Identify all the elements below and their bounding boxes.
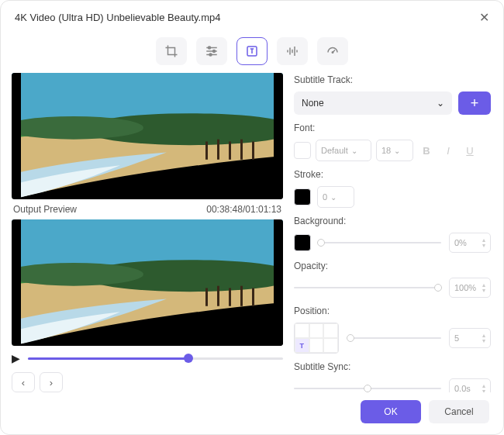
adjust-tool[interactable] bbox=[196, 37, 227, 65]
position-grid[interactable]: T bbox=[294, 323, 339, 354]
seek-slider[interactable] bbox=[28, 352, 283, 364]
svg-rect-21 bbox=[217, 286, 219, 306]
ok-button[interactable]: OK bbox=[361, 400, 421, 423]
svg-rect-26 bbox=[274, 219, 283, 346]
svg-rect-23 bbox=[240, 286, 243, 306]
opacity-label: Opacity: bbox=[294, 261, 491, 271]
svg-point-4 bbox=[332, 52, 333, 54]
audio-tool[interactable] bbox=[277, 37, 308, 65]
settings-panel: Subtitle Track: None ⌄ + Font: Default ⌄… bbox=[294, 73, 492, 392]
footer: OK Cancel bbox=[1, 392, 503, 434]
chevron-down-icon: ⌄ bbox=[351, 147, 357, 155]
play-button[interactable]: ▶ bbox=[12, 352, 20, 364]
background-spinner[interactable]: 0% ▴▾ bbox=[449, 233, 491, 253]
preview-label: Output Preview bbox=[13, 204, 77, 215]
preview-original bbox=[12, 73, 283, 199]
preview-caption: Output Preview 00:38:48/01:01:13 bbox=[12, 199, 283, 219]
svg-rect-24 bbox=[252, 288, 254, 306]
underline-button[interactable]: U bbox=[461, 142, 478, 159]
subtitle-tool[interactable] bbox=[236, 37, 268, 65]
svg-point-2 bbox=[209, 54, 212, 56]
speed-tool[interactable] bbox=[317, 37, 348, 65]
stroke-value: 0 bbox=[323, 192, 327, 202]
svg-rect-20 bbox=[205, 288, 208, 306]
svg-rect-9 bbox=[205, 141, 208, 159]
player-bar: ▶ bbox=[12, 346, 283, 368]
subtitle-track-select[interactable]: None ⌄ bbox=[294, 91, 452, 115]
position-value: 5 bbox=[454, 333, 459, 343]
background-color-swatch[interactable] bbox=[294, 234, 311, 251]
sync-value: 0.0s bbox=[454, 384, 471, 392]
italic-button[interactable]: I bbox=[440, 142, 457, 159]
font-family-value: Default bbox=[321, 146, 348, 155]
svg-rect-15 bbox=[274, 73, 283, 199]
sync-label: Subtitle Sync: bbox=[294, 361, 491, 372]
subtitle-track-label: Subtitle Track: bbox=[294, 74, 491, 85]
close-icon[interactable]: ✕ bbox=[479, 10, 489, 25]
window-title: 4K Video (Ultra HD) Unbelievable Beauty.… bbox=[15, 12, 220, 23]
font-label: Font: bbox=[294, 123, 491, 133]
position-slider[interactable] bbox=[347, 332, 441, 344]
position-cell-active[interactable]: T bbox=[295, 338, 309, 353]
nav-row: ‹ › bbox=[12, 368, 283, 392]
font-color-swatch[interactable] bbox=[294, 142, 311, 159]
prev-button[interactable]: ‹ bbox=[12, 372, 35, 392]
cancel-button[interactable]: Cancel bbox=[429, 400, 489, 423]
stroke-color-swatch[interactable] bbox=[294, 188, 311, 205]
background-value: 0% bbox=[454, 238, 467, 247]
position-spinner[interactable]: 5 ▴▾ bbox=[449, 328, 491, 348]
svg-rect-12 bbox=[240, 140, 243, 160]
opacity-value: 100% bbox=[454, 283, 476, 292]
opacity-spinner[interactable]: 100% ▴▾ bbox=[449, 278, 491, 298]
add-subtitle-button[interactable]: + bbox=[458, 91, 491, 115]
svg-point-1 bbox=[213, 50, 216, 53]
preview-timecode: 00:38:48/01:01:13 bbox=[206, 204, 281, 215]
font-size-value: 18 bbox=[381, 146, 391, 155]
toolbar bbox=[1, 34, 503, 73]
bold-button[interactable]: B bbox=[418, 142, 435, 159]
subtitle-track-value: None bbox=[302, 98, 324, 109]
background-slider[interactable] bbox=[319, 236, 441, 249]
svg-rect-10 bbox=[217, 140, 219, 160]
svg-rect-13 bbox=[252, 141, 254, 159]
titlebar: 4K Video (Ultra HD) Unbelievable Beauty.… bbox=[1, 1, 503, 34]
chevron-down-icon: ⌄ bbox=[437, 98, 444, 109]
preview-column: Output Preview 00:38:48/01:01:13 bbox=[12, 73, 283, 392]
svg-point-0 bbox=[209, 47, 211, 49]
svg-rect-11 bbox=[229, 141, 231, 159]
svg-rect-25 bbox=[12, 219, 21, 346]
stroke-select[interactable]: 0 ⌄ bbox=[317, 186, 354, 208]
stroke-label: Stroke: bbox=[294, 169, 491, 180]
preview-output bbox=[12, 219, 283, 346]
font-family-select[interactable]: Default ⌄ bbox=[316, 140, 371, 161]
font-size-select[interactable]: 18 ⌄ bbox=[376, 140, 413, 161]
next-button[interactable]: › bbox=[40, 372, 63, 392]
background-label: Background: bbox=[294, 216, 491, 226]
svg-rect-14 bbox=[12, 73, 21, 199]
chevron-down-icon: ⌄ bbox=[330, 193, 337, 202]
sync-spinner[interactable]: 0.0s ▴▾ bbox=[449, 378, 491, 392]
chevron-down-icon: ⌄ bbox=[394, 147, 400, 155]
editor-window: 4K Video (Ultra HD) Unbelievable Beauty.… bbox=[0, 0, 504, 435]
opacity-slider[interactable] bbox=[294, 281, 441, 294]
svg-rect-22 bbox=[229, 288, 231, 306]
position-label: Position: bbox=[294, 306, 491, 316]
content: Output Preview 00:38:48/01:01:13 bbox=[1, 73, 503, 392]
crop-tool[interactable] bbox=[156, 37, 187, 65]
sync-slider[interactable] bbox=[294, 382, 441, 392]
